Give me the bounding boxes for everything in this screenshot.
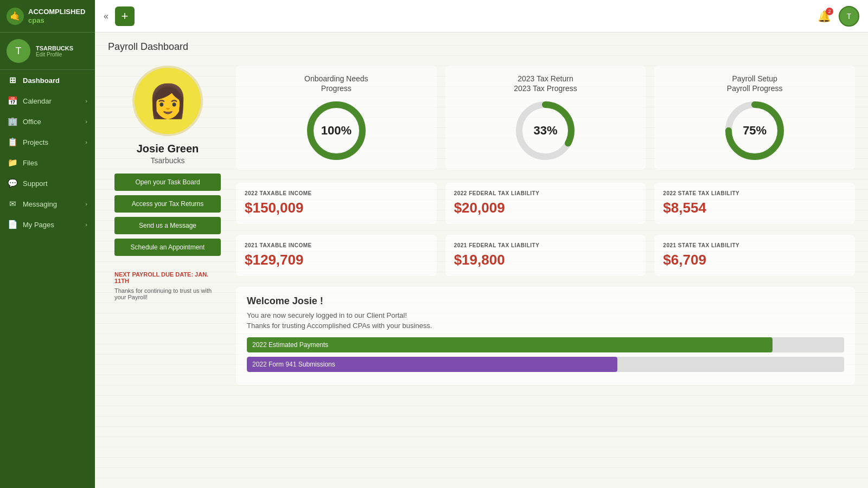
logo-text: ACCOMPLISHEDcpas — [28, 8, 85, 24]
progress-title: 2023 Tax Return — [518, 74, 573, 83]
circle-percent: 100% — [321, 124, 352, 138]
progress-card-payroll: Payroll Setup Payroll Progress 75% — [654, 66, 855, 170]
sidebar-item-dashboard[interactable]: ⊞Dashboard — [0, 70, 95, 91]
progress-row: Onboarding Needs Progress 100% 2023 Tax — [236, 66, 855, 170]
circle-tax-return: 33% — [513, 98, 578, 163]
sidebar-item-projects[interactable]: 📋Projects › — [0, 132, 95, 152]
welcome-line1: You are now securely logged in to our Cl… — [247, 311, 844, 319]
logo-area: 🤙 ACCOMPLISHEDcpas — [0, 0, 95, 33]
progress-bars: 2022 Estimated Payments 2022 Form 941 Su… — [247, 337, 844, 372]
main-content: « + 🔔 2 T Payroll Dashboard 👩 Josie Gree… — [95, 0, 868, 488]
progress-card-onboarding: Onboarding Needs Progress 100% — [236, 66, 437, 170]
tax-card-label: 2022 TAXABLE INCOME — [245, 190, 428, 196]
tax-card-label: 2021 TAXABLE INCOME — [245, 242, 428, 248]
progress-subtitle: Payroll Progress — [727, 84, 783, 93]
sidebar-item-label: Calendar — [23, 97, 52, 105]
dashboard-grid: 👩 Josie Green Tsarbucks Open your Task B… — [95, 57, 868, 407]
tax-card-label: 2021 STATE TAX LIABILITY — [663, 242, 846, 248]
logo-icon: 🤙 — [7, 8, 24, 25]
tax-card-federal-2021: 2021 FEDERAL TAX LIABILITY $19,800 — [445, 235, 646, 276]
nav-list: ⊞Dashboard 📅Calendar › 🏢Office › 📋Projec… — [0, 70, 95, 488]
tax-card-federal-2022: 2022 FEDERAL TAX LIABILITY $20,009 — [445, 183, 646, 224]
sidebar-item-support[interactable]: 💬Support — [0, 173, 95, 194]
tax-card-value: $20,009 — [454, 200, 637, 216]
sidebar-item-label: Projects — [23, 138, 48, 146]
mypages-icon: 📄 — [8, 220, 17, 229]
bar-fill-estimated: 2022 Estimated Payments — [247, 337, 773, 352]
sidebar-item-label: Office — [23, 118, 41, 126]
sidebar-item-label: Dashboard — [23, 76, 60, 85]
projects-icon: 📋 — [8, 137, 17, 147]
chevron-right-icon: › — [85, 98, 87, 104]
progress-title: Onboarding Needs — [304, 74, 368, 83]
profile-name: Josie Green — [137, 143, 199, 155]
payroll-notice: NEXT PAYROLL DUE DATE: JAN. 11TH Thanks … — [114, 271, 221, 300]
bar-row-estimated: 2022 Estimated Payments — [247, 337, 844, 352]
send-message-button[interactable]: Send us a Message — [114, 217, 221, 234]
progress-card-tax-return: 2023 Tax Return 2023 Tax Progress 33% — [445, 66, 646, 170]
tax-card-income-2022: 2022 TAXABLE INCOME $150,009 — [236, 183, 437, 224]
sidebar-item-mypages[interactable]: 📄My Pages › — [0, 214, 95, 235]
tax-card-value: $129,709 — [245, 252, 428, 268]
chevron-right-icon: › — [85, 139, 87, 145]
page-title: Payroll Dashboard — [95, 33, 868, 57]
profile-company: Tsarbucks — [150, 156, 184, 165]
dashboard-icon: ⊞ — [8, 75, 17, 85]
schedule-appointment-button[interactable]: Schedule an Appointment — [114, 239, 221, 256]
topbar: « + 🔔 2 T — [95, 0, 868, 33]
tax-card-state-2021: 2021 STATE TAX LIABILITY $6,709 — [654, 235, 855, 276]
welcome-line2: Thanks for trusting Accomplished CPAs wi… — [247, 322, 844, 330]
tax-card-label: 2022 FEDERAL TAX LIABILITY — [454, 190, 637, 196]
tax-data-2022-row: 2022 TAXABLE INCOME $150,009 2022 FEDERA… — [236, 183, 855, 224]
bar-track-estimated: 2022 Estimated Payments — [247, 337, 844, 352]
messaging-icon: ✉ — [8, 199, 17, 209]
sidebar-item-messaging[interactable]: ✉Messaging › — [0, 194, 95, 214]
tax-card-value: $19,800 — [454, 252, 637, 268]
topbar-left: « + — [104, 7, 135, 26]
left-panel: 👩 Josie Green Tsarbucks Open your Task B… — [108, 57, 227, 394]
notification-button[interactable]: 🔔 2 — [818, 10, 831, 23]
circle-onboarding: 100% — [304, 98, 369, 163]
tax-returns-button[interactable]: Access your Tax Returns — [114, 195, 221, 213]
bar-label-form941: 2022 Form 941 Submissions — [252, 361, 335, 368]
right-panel: Onboarding Needs Progress 100% 2023 Tax — [227, 57, 855, 394]
payroll-due-date: NEXT PAYROLL DUE DATE: JAN. 11TH — [114, 271, 221, 284]
sidebar-item-label: Files — [23, 159, 37, 167]
sidebar-item-files[interactable]: 📁Files — [0, 152, 95, 173]
office-icon: 🏢 — [8, 117, 17, 126]
profile-picture: 👩 — [132, 66, 203, 136]
avatar: T — [7, 39, 30, 63]
collapse-icon[interactable]: « — [104, 11, 108, 21]
topbar-right: 🔔 2 T — [818, 6, 859, 27]
welcome-section: Welcome Josie ! You are now securely log… — [236, 287, 855, 385]
sidebar-item-label: My Pages — [23, 221, 54, 229]
bar-track-form941: 2022 Form 941 Submissions — [247, 357, 844, 372]
tax-card-income-2021: 2021 TAXABLE INCOME $129,709 — [236, 235, 437, 276]
support-icon: 💬 — [8, 178, 17, 188]
tax-card-value: $6,709 — [663, 252, 846, 268]
sidebar-item-office[interactable]: 🏢Office › — [0, 111, 95, 132]
sidebar-item-calendar[interactable]: 📅Calendar › — [0, 91, 95, 111]
bar-row-form941: 2022 Form 941 Submissions — [247, 357, 844, 372]
edit-profile-link[interactable]: Edit Profile — [36, 52, 73, 57]
topbar-avatar[interactable]: T — [839, 6, 859, 27]
sidebar-user: T TSARBUCKS Edit Profile — [0, 33, 95, 70]
chevron-right-icon: › — [85, 201, 87, 207]
circle-percent: 75% — [743, 124, 767, 138]
notification-badge: 2 — [826, 8, 833, 15]
task-board-button[interactable]: Open your Task Board — [114, 174, 221, 191]
circle-payroll: 75% — [722, 98, 787, 163]
tax-data-2021-row: 2021 TAXABLE INCOME $129,709 2021 FEDERA… — [236, 235, 855, 276]
welcome-title: Welcome Josie ! — [247, 296, 844, 307]
add-button[interactable]: + — [115, 7, 135, 26]
circle-percent: 33% — [533, 124, 557, 138]
chevron-right-icon: › — [85, 221, 87, 228]
username-label: TSARBUCKS — [36, 45, 73, 52]
tax-card-label: 2021 FEDERAL TAX LIABILITY — [454, 242, 637, 248]
chevron-right-icon: › — [85, 118, 87, 125]
content-area: Payroll Dashboard 👩 Josie Green Tsarbuck… — [95, 33, 868, 488]
tax-card-state-2022: 2022 STATE TAX LIABILITY $8,554 — [654, 183, 855, 224]
sidebar-item-label: Messaging — [23, 200, 57, 208]
bar-fill-form941: 2022 Form 941 Submissions — [247, 357, 617, 372]
bar-label-estimated: 2022 Estimated Payments — [252, 341, 328, 349]
